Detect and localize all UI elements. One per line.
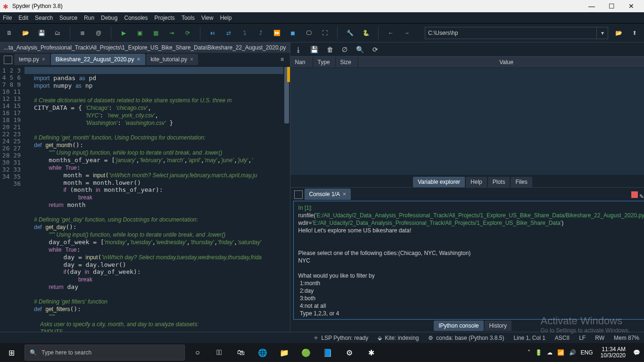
outline-icon[interactable]: ≣ bbox=[77, 27, 88, 39]
tab-variable-explorer[interactable]: Variable explorer bbox=[413, 177, 465, 187]
menu-help[interactable]: Help bbox=[220, 15, 232, 21]
close-icon[interactable]: × bbox=[137, 56, 140, 63]
menu-search[interactable]: Search bbox=[35, 15, 53, 21]
new-console-icon[interactable]: 🖵 bbox=[303, 27, 314, 39]
language-indicator[interactable]: ENG bbox=[581, 349, 593, 356]
run-selection-icon[interactable]: ⇥ bbox=[166, 27, 177, 39]
menu-run[interactable]: Run bbox=[84, 15, 94, 21]
close-button[interactable]: ✕ bbox=[621, 0, 641, 12]
start-button[interactable]: ⊞ bbox=[0, 343, 23, 362]
ve-col-name[interactable]: Nan bbox=[290, 57, 313, 67]
browse-dir-icon[interactable]: 📂 bbox=[613, 27, 624, 39]
status-conda[interactable]: ⚙ conda: base (Python 3.8.5) bbox=[428, 335, 504, 341]
maximize-button[interactable]: ☐ bbox=[602, 0, 621, 12]
menu-tools[interactable]: Tools bbox=[182, 15, 195, 21]
editor-options-icon[interactable]: ≡ bbox=[277, 54, 288, 65]
cwd-dropdown-icon[interactable]: ▾ bbox=[597, 27, 608, 39]
status-encoding[interactable]: ASCII bbox=[555, 335, 570, 341]
close-icon[interactable]: × bbox=[343, 191, 346, 197]
step-out-icon[interactable]: ⤴ bbox=[255, 27, 266, 39]
spyder-taskbar-icon[interactable]: ✱ bbox=[360, 343, 382, 362]
cortana-icon[interactable]: ○ bbox=[187, 343, 208, 362]
ve-body[interactable] bbox=[290, 68, 644, 175]
ms-store-icon[interactable]: 🛍 bbox=[230, 343, 252, 362]
stop-debug-icon[interactable]: ◼ bbox=[287, 27, 298, 39]
ve-col-type[interactable]: Type bbox=[313, 57, 336, 67]
stop-console-icon[interactable] bbox=[631, 191, 638, 198]
console-tab[interactable]: Console 1/A× bbox=[305, 189, 351, 200]
word-icon[interactable]: 📘 bbox=[317, 343, 339, 362]
volume-icon[interactable]: 🔊 bbox=[569, 349, 576, 356]
task-view-icon[interactable]: ⊞⃞ bbox=[208, 343, 230, 362]
battery-icon[interactable]: 🔋 bbox=[535, 349, 542, 356]
nav-back-icon[interactable]: ← bbox=[385, 27, 396, 39]
preferences-icon[interactable]: 🔧 bbox=[344, 27, 355, 39]
code-content[interactable]: import time import pandas as pd import n… bbox=[25, 65, 290, 332]
continue-icon[interactable]: ⏩ bbox=[271, 27, 282, 39]
chrome-icon[interactable]: 🟢 bbox=[295, 343, 317, 362]
tab-browser-icon[interactable] bbox=[4, 56, 12, 64]
notifications-icon[interactable]: 💬 bbox=[633, 349, 640, 356]
menu-file[interactable]: File bbox=[3, 15, 12, 21]
tab-history[interactable]: History bbox=[485, 321, 512, 331]
menu-view[interactable]: View bbox=[201, 15, 214, 21]
maximize-pane-icon[interactable]: ⛶ bbox=[319, 27, 330, 39]
clock[interactable]: 11:34 AM 10/3/2020 bbox=[598, 346, 628, 359]
menu-edit[interactable]: Edit bbox=[18, 15, 28, 21]
console-output[interactable]: In [1]: runfile('E:/All_Udacity/2_Data_A… bbox=[293, 201, 644, 320]
explorer-icon[interactable]: 📁 bbox=[273, 343, 295, 362]
import-data-icon[interactable]: ⭳ bbox=[295, 46, 302, 53]
step-in-icon[interactable]: ⤵ bbox=[239, 27, 250, 39]
rerun-icon[interactable]: ⟳ bbox=[182, 27, 193, 39]
tab-plots[interactable]: Plots bbox=[488, 177, 510, 187]
ve-header: Nan Type Size Value bbox=[290, 57, 644, 68]
menu-projects[interactable]: Projects bbox=[155, 15, 175, 21]
refresh-icon[interactable]: ⟳ bbox=[372, 46, 378, 53]
working-dir-input[interactable] bbox=[425, 27, 597, 39]
menu-debug[interactable]: Debug bbox=[101, 15, 117, 21]
tab-help[interactable]: Help bbox=[466, 177, 487, 187]
close-icon[interactable]: × bbox=[42, 56, 45, 63]
run-icon[interactable]: ▶ bbox=[118, 27, 129, 39]
editor-scrollbar[interactable] bbox=[283, 65, 290, 332]
tab-kite[interactable]: kite_tutorial.py× bbox=[146, 54, 198, 65]
ve-col-size[interactable]: Size bbox=[336, 57, 358, 67]
code-editor[interactable]: 1 2 3 4 5 6 7 8 9 10 11 12 13 14 15 16 1… bbox=[0, 65, 290, 332]
step-icon[interactable]: ⇄ bbox=[223, 27, 234, 39]
close-icon[interactable]: × bbox=[190, 56, 193, 63]
taskbar-search[interactable]: 🔍 Type here to search bbox=[25, 345, 185, 361]
tab-ipython-console[interactable]: IPython console bbox=[434, 321, 483, 331]
nav-forward-icon[interactable]: → bbox=[401, 27, 413, 39]
menu-consoles[interactable]: Consoles bbox=[124, 15, 148, 21]
settings-icon[interactable]: ⚙ bbox=[339, 343, 360, 362]
menu-source[interactable]: Source bbox=[59, 15, 77, 21]
debug-icon[interactable]: ⏯ bbox=[207, 27, 218, 39]
save-icon[interactable]: 💾 bbox=[36, 27, 47, 39]
remove-var-icon[interactable]: 🗑 bbox=[327, 46, 333, 53]
clear-console-icon[interactable]: ✎ bbox=[639, 193, 644, 200]
run-cell-advance-icon[interactable]: ▦ bbox=[150, 27, 161, 39]
run-cell-icon[interactable]: ▣ bbox=[134, 27, 145, 39]
edge-icon[interactable]: 🌐 bbox=[252, 343, 273, 362]
wifi-icon[interactable]: 📶 bbox=[557, 349, 564, 356]
new-file-icon[interactable]: 🗎 bbox=[4, 27, 15, 39]
ve-col-value[interactable]: Value bbox=[358, 57, 644, 67]
tray-chevron-icon[interactable]: ˄ bbox=[528, 349, 530, 356]
python-path-icon[interactable]: 🐍 bbox=[360, 27, 372, 39]
parent-dir-icon[interactable]: ⬆ bbox=[629, 27, 640, 39]
cloud-icon[interactable]: ☁ bbox=[547, 349, 553, 356]
status-eol[interactable]: LF bbox=[579, 335, 586, 341]
tab-bikeshare[interactable]: Bikeshare_22_August_2020.py× bbox=[51, 54, 145, 65]
open-file-icon[interactable]: 📂 bbox=[20, 27, 31, 39]
save-all-icon[interactable]: 🗂 bbox=[52, 27, 63, 39]
minimize-button[interactable]: — bbox=[582, 0, 602, 12]
mention-icon[interactable]: @ bbox=[93, 27, 104, 39]
save-data-icon[interactable]: 💾 bbox=[310, 46, 318, 53]
search-var-icon[interactable]: 🔍 bbox=[356, 46, 364, 53]
tab-temp[interactable]: temp.py× bbox=[14, 54, 50, 65]
remove-all-icon[interactable]: ∅ bbox=[342, 46, 347, 53]
status-lsp[interactable]: ✧ LSP Python: ready bbox=[314, 335, 368, 341]
tab-files[interactable]: Files bbox=[511, 177, 532, 187]
status-kite[interactable]: ⬙ Kite: indexing bbox=[378, 335, 419, 341]
console-browser-icon[interactable] bbox=[294, 190, 303, 199]
